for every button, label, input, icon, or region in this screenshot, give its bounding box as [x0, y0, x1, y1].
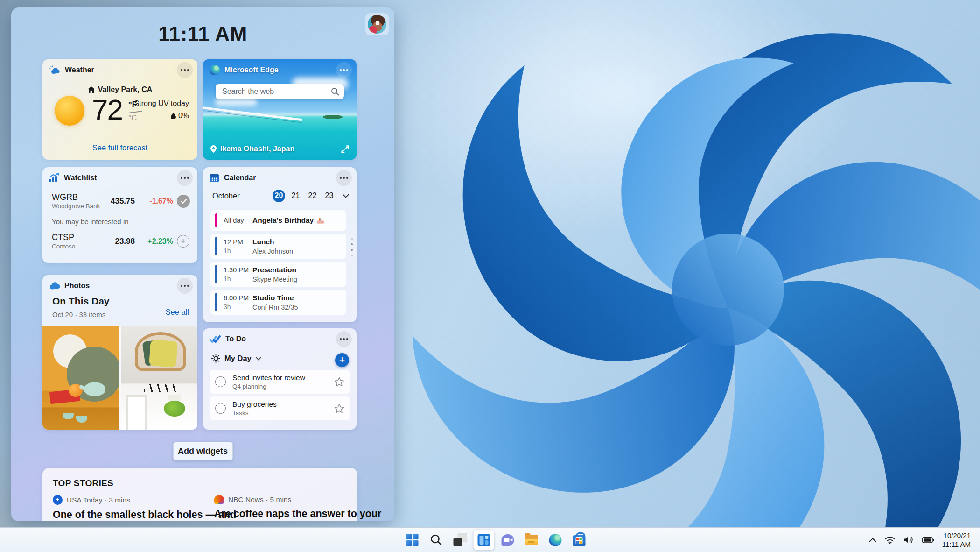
calendar-day-selected[interactable]: 20 — [273, 190, 285, 202]
tray-chevron-up-icon[interactable] — [869, 538, 876, 542]
chat-button[interactable] — [497, 530, 518, 550]
store-bag-icon — [573, 535, 585, 546]
wifi-icon[interactable] — [885, 536, 895, 544]
calendar-icon — [210, 173, 219, 183]
todo-more-options-button[interactable] — [336, 331, 352, 347]
task-title: Buy groceries — [232, 400, 277, 409]
weather-condition: Strong UV today — [134, 99, 189, 108]
start-button[interactable] — [402, 530, 423, 550]
photos-heading: On This Day — [52, 296, 110, 307]
task-view-button[interactable] — [450, 530, 470, 550]
widgets-board-icon — [477, 534, 490, 546]
tray-time: 11:11 AM — [942, 540, 971, 549]
file-explorer-button[interactable] — [521, 530, 542, 550]
task-complete-checkbox[interactable] — [215, 376, 226, 387]
calendar-event[interactable]: All day Angela's Birthday — [210, 210, 346, 231]
todo-list-name: My Day — [224, 354, 252, 363]
stock-row[interactable]: WGRB Woodgrove Bank 435.75 -1.67% — [52, 192, 191, 210]
calendar-day[interactable]: 23 — [323, 190, 336, 202]
calendar-event[interactable]: 1:30 PM 1h Presentation Skype Meeting — [210, 262, 346, 287]
task-view-icon — [454, 533, 467, 546]
event-subtitle: Conf Rm 32/35 — [252, 304, 298, 311]
see-all-link[interactable]: See all — [166, 308, 189, 317]
search-icon — [331, 87, 339, 96]
edge-logo-icon — [549, 534, 561, 546]
folder-icon — [525, 535, 538, 545]
calendar-day[interactable]: 21 — [289, 190, 302, 202]
edge-browser-button[interactable] — [545, 530, 566, 550]
event-title: Lunch — [252, 238, 293, 246]
calendar-more-options-button[interactable] — [336, 170, 352, 186]
calendar-day[interactable]: 22 — [306, 190, 319, 202]
photos-cloud-icon — [49, 282, 60, 290]
unit-celsius[interactable]: °C — [128, 114, 145, 122]
calendar-event[interactable]: 12 PM 1h Lunch Alex Johnson — [210, 234, 346, 259]
photo-thumbnail[interactable] — [121, 326, 197, 430]
news-story[interactable]: NBC News · 5 mins Are coffee naps the an… — [214, 495, 354, 520]
taskbar: 10/20/21 11:11 AM — [0, 527, 980, 552]
weather-more-options-button[interactable] — [177, 62, 193, 78]
calendar-widget[interactable]: Calendar October 20 21 22 23 All day Ang… — [203, 167, 357, 322]
chevron-down-icon[interactable] — [343, 194, 349, 198]
my-day-sun-icon — [211, 354, 220, 363]
event-subtitle: Skype Meeting — [252, 276, 297, 283]
task-row[interactable]: Send invites for review Q4 planning — [210, 370, 350, 394]
stock-symbol: CTSP — [52, 233, 111, 242]
calendar-event[interactable]: 6:00 PM 3h Studio Time Conf Rm 32/35 — [210, 290, 346, 315]
star-icon[interactable] — [334, 403, 344, 413]
calendar-title: Calendar — [224, 174, 256, 182]
photos-more-options-button[interactable] — [177, 278, 193, 294]
event-time: 1:30 PM — [224, 266, 252, 274]
watchlist-more-options-button[interactable] — [177, 170, 193, 186]
calendar-scrollbar-dots[interactable] — [351, 238, 353, 256]
news-story[interactable]: USA Today · 3 mins One of the smallest b… — [53, 495, 193, 521]
tray-date-time[interactable]: 10/20/21 11:11 AM — [942, 531, 971, 549]
add-stock-button[interactable]: + — [177, 235, 189, 248]
story-headline[interactable]: One of the smallest black holes — and — [53, 509, 193, 521]
todo-list-selector[interactable]: My Day — [211, 354, 261, 363]
expand-icon[interactable] — [341, 145, 349, 153]
task-title: Send invites for review — [232, 374, 305, 382]
see-full-forecast-link[interactable]: See full forecast — [42, 143, 197, 152]
photos-widget[interactable]: Photos On This Day Oct 20 · 33 items See… — [42, 275, 197, 430]
stock-row[interactable]: CTSP Contoso 23.98 +2.23% + — [52, 233, 191, 250]
task-row[interactable]: Buy groceries Tasks — [210, 396, 350, 420]
account-button[interactable] — [365, 13, 389, 35]
stock-change: -1.67% — [139, 197, 173, 205]
calendar-month-label: October — [212, 191, 240, 200]
birthday-cake-icon — [317, 217, 324, 224]
event-title: Studio Time — [252, 294, 298, 302]
battery-icon[interactable] — [922, 537, 934, 543]
story-headline[interactable]: Are coffee naps the answer to your — [214, 508, 354, 520]
stock-price: 435.75 — [111, 197, 135, 206]
weather-title: Weather — [65, 66, 94, 74]
location-pin-icon — [210, 145, 217, 153]
edge-widget[interactable]: Microsoft Edge Ikema Ohashi, Japan — [203, 59, 357, 160]
add-task-button[interactable]: + — [335, 353, 349, 367]
watchlist-chart-icon — [49, 173, 59, 183]
taskbar-search-button[interactable] — [426, 530, 447, 550]
photos-meta: Oct 20 · 33 items — [52, 311, 105, 318]
chevron-down-icon — [256, 357, 261, 361]
weather-widget[interactable]: Weather Valley Park, CA 72 °F °C Strong … — [42, 59, 197, 160]
watchlist-suggestion-label: You may be interested in — [52, 218, 129, 226]
task-complete-checkbox[interactable] — [215, 403, 226, 414]
add-widgets-button[interactable]: Add widgets — [173, 442, 233, 460]
todo-widget[interactable]: To Do My Day + Send — [203, 328, 357, 430]
microsoft-store-button[interactable] — [569, 530, 589, 550]
event-duration: 1h — [224, 275, 252, 283]
widgets-button[interactable] — [474, 530, 494, 550]
photo-thumbnail[interactable] — [42, 326, 119, 430]
speaker-icon[interactable] — [903, 536, 914, 544]
watchlist-widget[interactable]: Watchlist WGRB Woodgrove Bank 435.75 -1.… — [42, 167, 197, 263]
edge-search-input[interactable] — [216, 84, 344, 99]
todo-title: To Do — [225, 335, 246, 343]
windows-logo-icon — [406, 534, 419, 546]
bridge-photo-element — [203, 106, 302, 121]
stock-company: Woodgrove Bank — [52, 203, 107, 210]
stock-change: +2.23% — [139, 237, 173, 246]
weather-precipitation-row: 0% — [171, 112, 189, 120]
stock-added-check-icon[interactable] — [177, 195, 190, 208]
edge-more-options-button[interactable] — [336, 62, 352, 78]
star-icon[interactable] — [334, 377, 344, 387]
